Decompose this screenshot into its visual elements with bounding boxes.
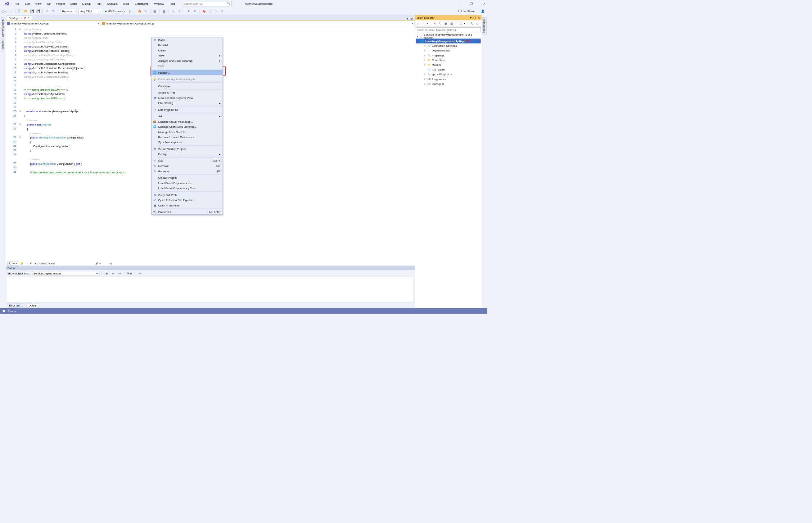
- ctx-copy-full-path[interactable]: ⧉Copy Full Path: [152, 192, 223, 197]
- ctx-build[interactable]: ⚙Build: [152, 37, 223, 42]
- tree-node[interactable]: ▷📁Models: [416, 62, 481, 67]
- menu-project[interactable]: Project: [56, 2, 65, 5]
- redo-button[interactable]: ↷: [51, 9, 56, 13]
- sln-preview-icon[interactable]: ▭: [475, 21, 479, 26]
- sln-nest-icon[interactable]: ⬚: [458, 21, 463, 26]
- sln-home-icon[interactable]: ⌂: [416, 21, 420, 26]
- ctx-properties[interactable]: 🔧PropertiesAlt+Enter: [152, 209, 223, 214]
- brush-icon[interactable]: 🖌 ▾: [96, 262, 101, 265]
- sln-refresh-icon[interactable]: ↻: [438, 21, 442, 26]
- ctx-manage-nuget-packages-[interactable]: 📦Manage NuGet Packages...: [152, 119, 223, 124]
- menu-analyze[interactable]: Analyze: [107, 2, 117, 5]
- ctx-clean[interactable]: Clean: [152, 48, 223, 53]
- sln-close-icon[interactable]: ✕: [478, 16, 480, 19]
- ctx-edit-project-file[interactable]: ↪Edit Project File: [152, 107, 223, 112]
- ctx-pack[interactable]: Pack: [152, 63, 223, 68]
- start-noDebug-button[interactable]: ▷: [128, 9, 132, 13]
- menu-extensions[interactable]: Extensions: [135, 2, 148, 5]
- sln-collapse-icon[interactable]: ▣: [444, 21, 448, 26]
- menu-tools[interactable]: Tools: [123, 2, 129, 5]
- prev-issue-icon[interactable]: ◀: [109, 262, 112, 265]
- sln-switch-icon[interactable]: ⛬: [421, 21, 426, 26]
- ctx-manage-client-side-libraries-[interactable]: 🌐Manage Client-Side Libraries...: [152, 124, 223, 129]
- nav-fwd-button[interactable]: →: [8, 9, 13, 13]
- align-icon[interactable]: ≡: [186, 9, 191, 13]
- sln-sync-icon[interactable]: ⟲: [433, 21, 437, 26]
- server-explorer-tab[interactable]: Server Explorer: [1, 17, 5, 38]
- sln-search-input[interactable]: [416, 27, 481, 32]
- ctx-rename[interactable]: ✎RenameF2: [152, 169, 223, 174]
- hot-reload-icon[interactable]: 🔥: [137, 9, 142, 13]
- ctx-analyze-and-code-cleanup[interactable]: Analyze and Code Cleanup▶: [152, 58, 223, 63]
- menu-debug[interactable]: Debug: [82, 2, 91, 5]
- nav-class-combo[interactable]: InventoryManagement.ApiApp.Startup: [101, 21, 415, 26]
- tree-node[interactable]: ▷🔗Connected Services: [416, 44, 481, 48]
- ctx-rebuild[interactable]: Rebuild: [152, 42, 223, 47]
- tree-node[interactable]: ▷🔧appsettings.json: [416, 72, 481, 77]
- run-button[interactable]: ▶ IIS Express ▾: [103, 9, 126, 14]
- ctx-publish-[interactable]: 🌐Publish...: [152, 70, 223, 75]
- menu-test[interactable]: Test: [96, 2, 101, 5]
- sln-showall-icon[interactable]: ▦: [450, 21, 454, 26]
- document-tab[interactable]: Startup.cs 📌 ✕: [6, 15, 32, 20]
- toolbox-tab[interactable]: Toolbox: [1, 40, 5, 51]
- ctx-file-nesting[interactable]: File Nesting▶: [152, 100, 223, 105]
- tool-icon[interactable]: ▦: [153, 9, 157, 13]
- output-wrap-icon[interactable]: ↩: [137, 271, 142, 276]
- ctx-load-entire-dependency-tree[interactable]: Load Entire Dependency Tree: [152, 186, 223, 191]
- ctx-cut[interactable]: ✂CutCtrl+X: [152, 158, 223, 163]
- close-button[interactable]: ✕: [483, 2, 486, 5]
- tab-overflow-icon[interactable]: ▾: [407, 17, 408, 20]
- new-item-button[interactable]: 📄: [18, 9, 22, 13]
- maximize-button[interactable]: ❐: [470, 2, 473, 5]
- clear-icon[interactable]: ▽: [220, 9, 225, 13]
- notifications-tab[interactable]: Notifications: [482, 17, 487, 35]
- platform-combo[interactable]: Any CPU: [78, 9, 102, 14]
- ctx-open-folder-in-file-explorer[interactable]: ↗Open Folder in File Explorer: [152, 197, 223, 203]
- output-body[interactable]: [7, 277, 413, 303]
- tool-icon-2[interactable]: ▦: [162, 9, 167, 13]
- nav-back-button[interactable]: ◯←: [2, 9, 7, 13]
- ctx-overview[interactable]: Overview: [152, 83, 223, 88]
- tab-settings-icon[interactable]: ⚙: [410, 17, 413, 20]
- nav-project-combo[interactable]: InventoryManagement.ApiApp: [6, 21, 101, 26]
- step-icon-2[interactable]: ↗: [177, 9, 182, 13]
- sln-dropdown-icon[interactable]: ▾: [470, 16, 472, 19]
- ctx-configure-application-insights-[interactable]: 💡Configure Application Insights...: [152, 77, 223, 82]
- tree-node[interactable]: ▷C#Program.cs: [416, 77, 481, 81]
- ctx-sync-namespaces[interactable]: Sync Namespaces: [152, 140, 223, 145]
- menu-git[interactable]: Git: [47, 2, 50, 5]
- account-icon[interactable]: 👤: [480, 9, 485, 13]
- ctx-unload-project[interactable]: Unload Project: [152, 175, 223, 180]
- menu-build[interactable]: Build: [71, 2, 77, 5]
- save-all-button[interactable]: 💾: [36, 9, 40, 13]
- ctx-remove[interactable]: ✕RemoveDel: [152, 163, 223, 168]
- ctx-open-in-terminal[interactable]: ▣Open in Terminal: [152, 203, 223, 208]
- output-source-combo[interactable]: Service Dependencies: [32, 271, 99, 276]
- ctx-view[interactable]: View▶: [152, 53, 223, 58]
- ctx-load-direct-dependencies[interactable]: Load Direct Dependencies: [152, 181, 223, 186]
- ctx-debug[interactable]: Debug▶: [152, 151, 223, 156]
- search-box[interactable]: Search (Ctrl+Q) 🔍: [182, 1, 232, 6]
- zoom-combo[interactable]: 82 %: [7, 262, 18, 265]
- undo-button[interactable]: ↶: [45, 9, 50, 13]
- output-tool-1[interactable]: ≣: [104, 271, 109, 276]
- live-share-button[interactable]: Live Share: [461, 9, 475, 13]
- menu-view[interactable]: View: [35, 2, 41, 5]
- menu-window[interactable]: Window: [154, 2, 164, 5]
- tab-close-icon[interactable]: ✕: [28, 17, 30, 19]
- prev-icon[interactable]: ◁: [208, 9, 212, 13]
- save-button[interactable]: 💾: [30, 9, 34, 13]
- next-icon[interactable]: ▷: [214, 9, 218, 13]
- tree-node[interactable]: 📄.DS_Store: [416, 67, 481, 72]
- open-button[interactable]: 📂: [23, 9, 28, 13]
- output-tab[interactable]: Output: [26, 304, 39, 308]
- ctx-add[interactable]: Add▶: [152, 114, 223, 119]
- tree-node[interactable]: ▷📁Controllers: [416, 58, 481, 62]
- sln-root[interactable]: ◢ ⛬ Solution 'InventoryManagement' (1 of…: [416, 34, 481, 38]
- output-tool-2[interactable]: ⇤: [111, 271, 116, 276]
- error-list-tab[interactable]: Error List ...: [7, 304, 25, 308]
- ctx-scope-to-this[interactable]: Scope to This: [152, 90, 223, 95]
- ctx-new-solution-explorer-view[interactable]: ▦New Solution Explorer View: [152, 95, 223, 100]
- tree-node[interactable]: ▷🔧Properties: [416, 53, 481, 58]
